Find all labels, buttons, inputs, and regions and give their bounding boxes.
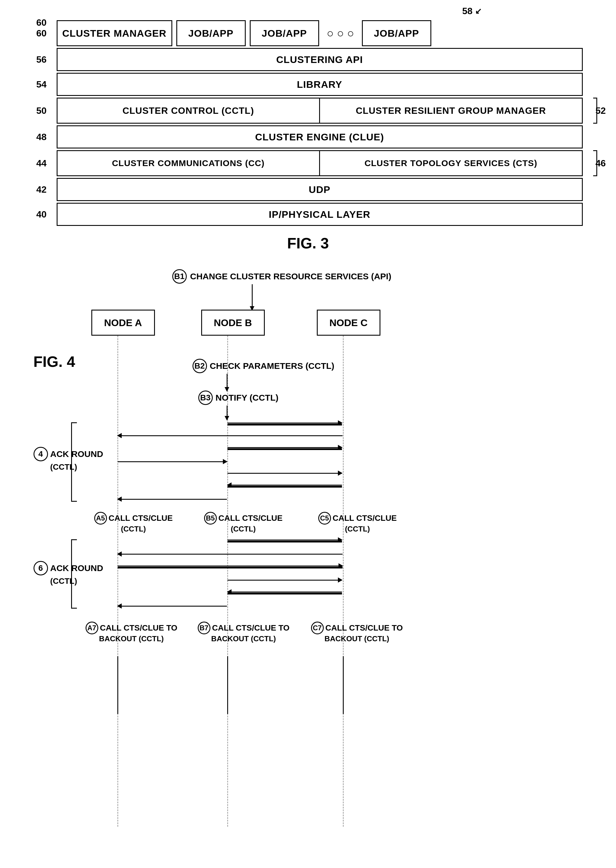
arrow-b-to-c-1 (228, 424, 342, 426)
ref-60-label: 60 (36, 28, 47, 39)
a5-circle: A5 (94, 512, 107, 525)
b2-annotation: B2 CHECK PARAMETERS (CCTL) (193, 359, 335, 373)
vline-node-a (117, 336, 118, 827)
dots-separator: ○ ○ ○ (323, 20, 358, 46)
library-box: LIBRARY (57, 73, 583, 96)
cluster-engine-row: 48 CLUSTER ENGINE (CLUE) (57, 125, 583, 149)
fig3-diagram: 60 58 ↙ 60 CLUSTER MANAGER JOB/APP JOB/A… (33, 11, 583, 252)
library-row: 54 LIBRARY (57, 73, 583, 96)
udp-box: UDP (57, 178, 583, 201)
arrow-b-to-a-1 (118, 499, 227, 500)
fig4-label: FIG. 4 (33, 353, 75, 370)
arrow-b-to-c-3 (228, 473, 342, 474)
cluster-resilient-box: CLUSTER RESILIENT GROUP MANAGER (319, 98, 583, 124)
arrow-c-to-a-1 (118, 435, 343, 436)
ack6-arrow5 (228, 593, 342, 594)
c7-arrow-down (343, 656, 344, 714)
b1-arrow-down (252, 284, 253, 310)
a5-label-group: A5 CALL CTS/CLUE (CCTL) (94, 512, 173, 534)
clustering-api-box: CLUSTERING API (57, 48, 583, 71)
ack6-arrow3 (118, 567, 343, 569)
job-app-box-2: JOB/APP (250, 20, 319, 46)
b5-circle: B5 (204, 512, 217, 525)
ack4-group: 4 ACK ROUND (CCTL) (33, 447, 103, 473)
a7-arrow-down (117, 656, 118, 714)
node-a-box: NODE A (91, 310, 155, 336)
arrow-b-to-c-2 (228, 448, 342, 450)
ack6-arrow1 (228, 541, 342, 542)
ref-54: 54 (36, 79, 47, 90)
clustering-api-row: 56 CLUSTERING API (57, 48, 583, 71)
b7-label-group: B7 CALL CTS/CLUE TO BACKOUT (CCTL) (198, 622, 290, 643)
ack4-circle: 4 (33, 447, 48, 461)
ref-56: 56 (36, 54, 47, 65)
c5-circle: C5 (318, 512, 331, 525)
b2-arrow (226, 374, 228, 391)
job-app-box-1: JOB/APP (176, 20, 246, 46)
cluster-comms-row: 44 CLUSTER COMMUNICATIONS (CC) CLUSTER T… (57, 150, 583, 176)
ack6-arrow4 (228, 580, 342, 581)
fig3-title: FIG. 3 (33, 235, 583, 252)
cluster-topology-box: CLUSTER TOPOLOGY SERVICES (CTS) (319, 150, 583, 176)
ip-layer-box: IP/PHYSICAL LAYER (57, 203, 583, 226)
b5-label-group: B5 CALL CTS/CLUE (CCTL) (204, 512, 283, 534)
ack6-arrow6 (118, 606, 227, 606)
c5-label-group: C5 CALL CTS/CLUE (CCTL) (318, 512, 397, 534)
ref-44: 44 (36, 158, 47, 169)
b3-circle: B3 (198, 390, 213, 405)
b2-circle: B2 (193, 359, 207, 373)
ref-58-group: 58 ↙ (462, 6, 482, 16)
b3-arrow (226, 406, 228, 420)
ref-60: 60 (36, 17, 47, 28)
c7-circle: C7 (311, 622, 324, 634)
cluster-control-box: CLUSTER CONTROL (CCTL) (57, 98, 319, 124)
top-layer-row: 60 CLUSTER MANAGER JOB/APP JOB/APP ○ ○ ○… (57, 20, 583, 46)
ack6-arrow2 (118, 554, 343, 555)
arrow-a-to-b-1 (118, 461, 227, 462)
b1-circle: B1 (172, 269, 187, 284)
node-c-box-container: NODE C (317, 310, 380, 336)
arrow-c-to-b-1 (228, 486, 342, 487)
job-app-box-3: JOB/APP (362, 20, 431, 46)
a7-circle: A7 (86, 622, 98, 634)
udp-row: 42 UDP (57, 178, 583, 201)
b7-arrow-down (227, 656, 228, 714)
ref-40: 40 (36, 209, 47, 220)
cluster-manager-box: CLUSTER MANAGER (57, 20, 172, 46)
c7-label-group: C7 CALL CTS/CLUE TO BACKOUT (CCTL) (311, 622, 403, 643)
node-b-box: NODE B (201, 310, 265, 336)
b3-annotation: B3 NOTIFY (CCTL) (198, 390, 279, 405)
cluster-engine-box: CLUSTER ENGINE (CLUE) (57, 125, 583, 149)
ref-50: 50 (36, 105, 47, 116)
cluster-comms-box: CLUSTER COMMUNICATIONS (CC) (57, 150, 319, 176)
vline-node-c (343, 336, 344, 827)
node-b-box-container: NODE B (201, 310, 265, 336)
ref-48: 48 (36, 132, 47, 143)
ack6-group: 6 ACK ROUND (CCTL) (33, 561, 103, 587)
b1-annotation: B1 CHANGE CLUSTER RESOURCE SERVICES (API… (172, 269, 391, 284)
ack6-circle: 6 (33, 561, 48, 575)
fig4-diagram: FIG. 4 B1 CHANGE CLUSTER RESOURCE SERVIC… (33, 269, 583, 818)
cluster-control-row: 50 CLUSTER CONTROL (CCTL) CLUSTER RESILI… (57, 98, 583, 124)
ref-42: 42 (36, 184, 47, 195)
node-c-box: NODE C (317, 310, 380, 336)
a7-label-group: A7 CALL CTS/CLUE TO BACKOUT (CCTL) (86, 622, 178, 643)
ref-58: 58 (462, 6, 473, 16)
node-a-box-container: NODE A (91, 310, 155, 336)
b7-circle: B7 (198, 622, 211, 634)
ip-layer-row: 40 IP/PHYSICAL LAYER (57, 203, 583, 226)
